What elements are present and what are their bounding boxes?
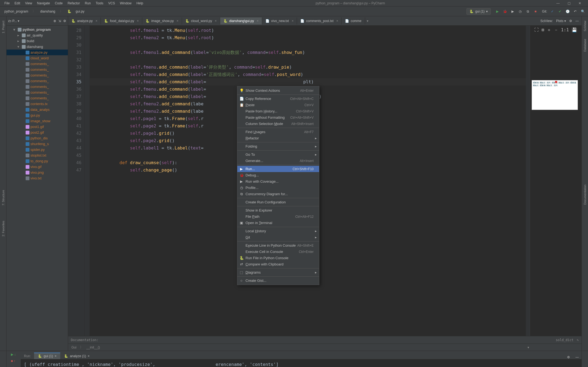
context-menu-item[interactable]: Folding▸	[237, 143, 319, 149]
git-commit-button[interactable]: ✔	[557, 9, 562, 14]
tree-folder[interactable]: ▸build	[7, 38, 68, 44]
actual-size-icon[interactable]: 1:1	[561, 27, 569, 33]
run-button[interactable]: ▶	[495, 9, 500, 14]
gear-icon[interactable]: ⚙	[569, 19, 572, 23]
context-menu[interactable]: 💡Show Context ActionsAlt+Enter📄Copy Refe…	[237, 86, 319, 285]
marker-strip[interactable]	[526, 26, 530, 344]
gutter[interactable]: 2829303132333435363738394041424344454647	[68, 26, 84, 344]
context-menu-item[interactable]: 🐍Run File in Python Console	[237, 255, 319, 261]
git-update-button[interactable]: ✓	[550, 9, 555, 14]
close-tab-icon[interactable]: ×	[215, 19, 217, 23]
tree-file[interactable]: vivo.png	[7, 170, 68, 175]
tree-file[interactable]: comments_	[7, 67, 68, 72]
plot-thumbnail[interactable]: 鍐嫆滿 闢始父 流利 鍐嫆滿 闢始父 流利 鍐嫆滿 闢始父 鍐嫆滿 闢始父 流利	[532, 80, 578, 110]
context-menu-item[interactable]: Execute Cell in ConsoleCtrl+Enter	[237, 249, 319, 255]
zoom-in-icon[interactable]: ＋	[547, 27, 551, 33]
editor-tab[interactable]: 🐍analyze.py×	[68, 17, 101, 25]
menu-run[interactable]: Run	[83, 1, 93, 6]
context-menu-item[interactable]: ▣Open in Terminal	[237, 220, 319, 226]
editor-tab[interactable]: 📄vivo_new.txt×	[262, 17, 297, 25]
context-menu-item[interactable]: Generate...Alt+Insert	[237, 158, 319, 164]
tree-file[interactable]: comments_	[7, 61, 68, 67]
toggle-softwrap-button[interactable]: ⇥	[11, 366, 16, 367]
documentation-tool-button[interactable]: Documentation	[583, 182, 587, 207]
menu-help[interactable]: Help	[134, 1, 146, 6]
menu-vcs[interactable]: VCS	[106, 1, 117, 6]
context-menu-item[interactable]: ◷Profile...	[237, 185, 319, 191]
run-output[interactable]: [ (ufeff creationtime , 'nickname', 'pro…	[21, 359, 581, 367]
tree-file[interactable]: data_analys	[7, 107, 68, 112]
tree-file[interactable]: comments_	[7, 84, 68, 90]
tree-file[interactable]: cloud_word	[7, 55, 68, 61]
close-tab-icon[interactable]: ×	[137, 19, 139, 23]
tree-file[interactable]: post2.gif	[7, 130, 68, 135]
grid-icon[interactable]: ⊞	[541, 27, 544, 33]
maximize-button[interactable]: ▢	[566, 1, 572, 6]
menu-refactor[interactable]: Refactor	[65, 1, 82, 6]
crumb-method[interactable]: __init__()	[86, 345, 100, 349]
more-tabs-button[interactable]: ▾	[365, 19, 370, 23]
debug-button[interactable]: 🐞	[502, 9, 507, 14]
tree-folder[interactable]: ▸air_quality	[7, 32, 68, 38]
context-menu-item[interactable]: Go To▸	[237, 151, 319, 158]
rerun-button[interactable]: ▶ ↓	[11, 353, 16, 358]
edit-icon[interactable]: ✎	[577, 338, 579, 342]
project-tree[interactable]: ▾python_program ▸air_quality ▸build ▾dia…	[7, 26, 68, 351]
context-menu-item[interactable]: Git▸	[237, 234, 319, 240]
hide-icon[interactable]: —	[575, 19, 579, 23]
gutter-annotation[interactable]	[84, 26, 90, 344]
coverage-button[interactable]: ▶	[510, 9, 515, 14]
context-menu-item[interactable]: Execute Line in Python ConsoleAlt+Shift+…	[237, 242, 319, 249]
context-menu-item[interactable]: 🐞Debug...	[237, 172, 319, 178]
tree-file[interactable]: contents.tx	[7, 101, 68, 107]
expand-icon[interactable]: ▾	[528, 345, 529, 349]
tree-file[interactable]: spider.py	[7, 147, 68, 152]
search-everywhere-button[interactable]: 🔍	[580, 9, 585, 14]
hide-icon[interactable]: —	[573, 355, 581, 359]
context-menu-item[interactable]: ▶Run with Coverage...	[237, 178, 319, 185]
target-icon[interactable]: ⊕	[53, 19, 56, 23]
stop-run-button[interactable]: ■ ↑	[11, 359, 16, 365]
breadcrumb-file[interactable]: gui.py	[74, 9, 86, 14]
editor-body[interactable]: 2829303132333435363738394041424344454647…	[68, 26, 581, 344]
minimize-button[interactable]: —	[555, 1, 561, 6]
close-tab-icon[interactable]: ×	[257, 19, 259, 23]
editor-tab-active[interactable]: 🐍dianshang\gui.py×	[220, 17, 262, 25]
profile-button[interactable]: ◷	[518, 9, 523, 14]
context-menu-item[interactable]: Create Run Configuration	[237, 199, 319, 205]
menu-navigate[interactable]: Navigate	[35, 1, 52, 6]
context-menu-item[interactable]: Paste from History...Ctrl+Shift+V	[237, 108, 319, 114]
tree-file[interactable]: comments_	[7, 95, 68, 101]
editor-tab[interactable]: 📄comme	[342, 17, 365, 25]
close-tab-icon[interactable]: ×	[177, 19, 178, 23]
tree-file[interactable]: comments_	[7, 90, 68, 95]
context-menu-item[interactable]: Column Selection ModeAlt+Shift+Insert	[237, 121, 319, 127]
tree-file[interactable]: python_dis	[7, 135, 68, 141]
tree-file[interactable]: vivo.txt	[7, 175, 68, 181]
run-tab-active[interactable]: 🐍gui (1)×	[34, 353, 60, 359]
tree-file[interactable]: comments_	[7, 78, 68, 84]
context-menu-item[interactable]: ⇄Compare with Clipboard	[237, 261, 319, 267]
menu-view[interactable]: View	[23, 1, 34, 6]
git-history-button[interactable]: 🕘	[565, 9, 570, 14]
tree-file[interactable]: shunfeng_s	[7, 141, 68, 147]
close-button[interactable]: ✕	[577, 1, 583, 6]
editor-tab[interactable]: 🐍cloud_word.py×	[182, 17, 220, 25]
gear-icon[interactable]: ⚙	[564, 355, 573, 359]
breadcrumb-root[interactable]: python_program	[3, 9, 30, 14]
plots-selector[interactable]: Plots ▾	[556, 19, 566, 23]
breadcrumb-mid[interactable]: dianshang	[38, 9, 57, 14]
fit-icon[interactable]: ⛶	[534, 27, 539, 33]
context-menu-item[interactable]: ⬚Diagrams▸	[237, 269, 319, 276]
context-menu-item[interactable]: Paste without FormattingCtrl+Alt+Shift+V	[237, 114, 319, 121]
run-tab[interactable]: 🐍analyze (1)×	[60, 353, 93, 359]
menu-window[interactable]: Window	[118, 1, 134, 6]
crumb-class[interactable]: Gui	[71, 345, 77, 349]
context-menu-item[interactable]: File PathCtrl+Alt+F12	[237, 213, 319, 220]
menu-code[interactable]: Code	[53, 1, 65, 6]
project-tool-button[interactable]: 1: Project	[2, 19, 5, 35]
tree-file[interactable]: post1.gif	[7, 124, 68, 130]
menu-file[interactable]: File	[2, 1, 12, 6]
project-view-selector[interactable]: 🗁 P... ▾	[8, 19, 19, 23]
tree-file[interactable]: stoplist.txt	[7, 152, 68, 158]
